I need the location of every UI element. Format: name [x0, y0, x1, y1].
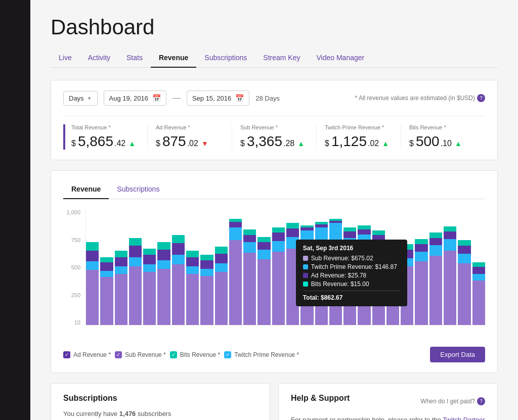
legend-bits-revenue[interactable]: ✓ Bits Revenue *: [170, 351, 220, 358]
period-select[interactable]: Days ▼: [63, 91, 98, 106]
total-revenue-value: $ 5,865 .42 ▲: [71, 133, 137, 150]
bar-group[interactable]: [401, 209, 413, 325]
bar-group[interactable]: [472, 209, 485, 325]
bar-group[interactable]: [186, 209, 199, 325]
legend-ad-revenue[interactable]: ✓ Ad Revenue *: [63, 351, 111, 358]
bar-group[interactable]: [157, 209, 170, 325]
bar-segment-sub: [415, 261, 427, 325]
legend-sub-revenue[interactable]: ✓ Sub Revenue *: [115, 351, 166, 358]
bar-segment-bits: [286, 223, 299, 228]
sub-dollars: 3,365: [247, 133, 282, 150]
bar-segment-bits: [200, 255, 213, 260]
y-label-10: 10: [63, 319, 83, 325]
nav-stats[interactable]: Stats: [118, 49, 151, 68]
bar-group[interactable]: [444, 209, 456, 325]
start-date-input[interactable]: Aug 19, 2016 📅: [104, 90, 166, 106]
ad-dollars: 875: [162, 133, 186, 150]
bar-segment-ad: [229, 222, 242, 227]
bar-segment-prime: [86, 261, 99, 270]
legend-prime-revenue[interactable]: ✓ Twitch Prime Revenue *: [224, 351, 299, 358]
when-paid-help-icon[interactable]: ?: [477, 397, 485, 405]
help-header: Help & Support When do I get paid? ?: [291, 394, 485, 409]
bar-group[interactable]: [358, 209, 370, 325]
bar-segment-prime: [243, 242, 256, 253]
nav-live[interactable]: Live: [51, 49, 80, 68]
prime-revenue-value: $ 1,125 .02 ▲: [325, 133, 391, 150]
legend-bits-label: Bits Revenue *: [180, 351, 220, 358]
bar-segment-ad: [272, 232, 285, 241]
tab-subscriptions-chart[interactable]: Subscriptions: [109, 181, 167, 199]
bar-segment-bits: [243, 229, 256, 235]
bar-segment-sub: [200, 276, 213, 325]
bar-segment-sub: [229, 240, 242, 325]
bar-segment-ad: [257, 242, 270, 250]
bar-segment-sub: [186, 274, 199, 325]
bar-segment-bits: [100, 257, 113, 262]
bar-segment-ad: [200, 260, 213, 269]
export-data-button[interactable]: Export Data: [430, 347, 485, 362]
bar-group[interactable]: [272, 209, 285, 325]
help-text-before: For payment or partnership help, please …: [291, 416, 443, 420]
bar-segment-ad: [429, 238, 442, 246]
bar-group[interactable]: [143, 209, 156, 325]
days-label: 28 Days: [255, 95, 280, 102]
bits-dollars: 500: [416, 133, 440, 150]
bar-segment-ad: [372, 235, 385, 242]
prime-cents: .02: [368, 139, 379, 148]
bar-group[interactable]: [100, 209, 113, 325]
bar-group[interactable]: Sat, Sep 3rd 2016Sub Revenue: $675.02Twi…: [300, 209, 313, 325]
end-date-input[interactable]: Sep 15, 2016 📅: [187, 90, 249, 106]
tab-revenue[interactable]: Revenue: [63, 181, 109, 199]
bar-segment-sub: [444, 251, 456, 325]
bar-group[interactable]: [86, 209, 99, 325]
bar-segment-ad: [243, 235, 256, 243]
bar-group[interactable]: [200, 209, 213, 325]
calendar-icon: 📅: [152, 94, 161, 102]
bar-segment-ad: [143, 255, 156, 264]
bar-group[interactable]: [215, 209, 228, 325]
filter-row: Days ▼ Aug 19, 2016 📅 — Sep 15, 2016 📅 2…: [63, 90, 485, 106]
nav-revenue[interactable]: Revenue: [151, 49, 196, 68]
bar-segment-prime: [143, 264, 156, 272]
bar-group[interactable]: [129, 209, 142, 325]
bar-segment-prime: [286, 237, 299, 249]
bits-trend-icon: ▲: [455, 139, 462, 148]
bar-group[interactable]: [343, 209, 356, 325]
bar-group[interactable]: [172, 209, 185, 325]
y-label-750: 750: [63, 237, 83, 243]
total-revenue-label: Total Revenue *: [71, 124, 137, 130]
bar-segment-ad: [343, 231, 356, 238]
bar-group[interactable]: [458, 209, 470, 325]
bar-group[interactable]: [429, 209, 442, 325]
nav-activity[interactable]: Activity: [80, 49, 118, 68]
bar-segment-bits: [472, 262, 485, 266]
bar-group[interactable]: [415, 209, 427, 325]
bar-group[interactable]: [115, 209, 127, 325]
bar-segment-ad: [286, 228, 299, 237]
bar-segment-prime: [458, 254, 470, 263]
bar-segment-prime: [343, 238, 356, 251]
subs-desc-end: subscribers: [136, 410, 171, 417]
bar-group[interactable]: [386, 209, 399, 325]
bar-group[interactable]: [315, 209, 328, 325]
nav-subscriptions[interactable]: Subscriptions: [196, 49, 255, 68]
help-icon[interactable]: ?: [477, 94, 485, 102]
total-cents: .42: [114, 139, 125, 148]
bar-group[interactable]: [329, 209, 342, 325]
bar-group[interactable]: [229, 209, 242, 325]
bar-group[interactable]: [372, 209, 385, 325]
bar-group[interactable]: [286, 209, 299, 325]
legend-ad-label: Ad Revenue *: [73, 351, 111, 358]
bar-segment-bits: [444, 226, 456, 231]
bar-segment-prime: [229, 227, 242, 240]
nav-stream-key[interactable]: Stream Key: [255, 49, 308, 68]
bar-segment-bits: [372, 230, 385, 235]
bar-group[interactable]: [257, 209, 270, 325]
subscriptions-description: You currently have 1,476 subscribers: [63, 409, 257, 419]
chart-bars: Sat, Sep 3rd 2016Sub Revenue: $675.02Twi…: [85, 209, 485, 325]
estimated-note: * All revenue values are estimated (in $…: [355, 94, 485, 102]
bar-group[interactable]: [243, 209, 256, 325]
bar-segment-prime: [186, 266, 199, 274]
nav-video-manager[interactable]: Video Manager: [308, 49, 372, 68]
help-support-card: Help & Support When do I get paid? ? For…: [278, 383, 498, 420]
